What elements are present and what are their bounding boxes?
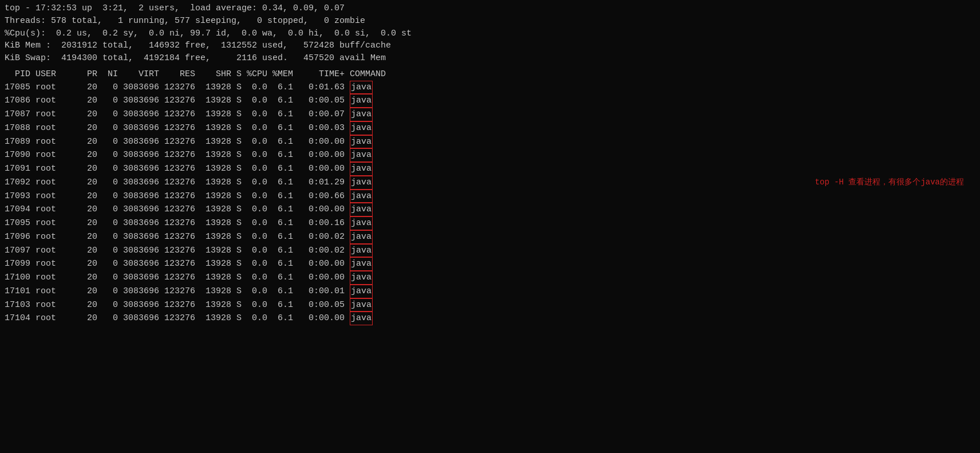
- row-text: 17089 root 20 0 3083696 123276 13928 S 0…: [5, 136, 350, 148]
- row-text: 17099 root 20 0 3083696 123276 13928 S 0…: [5, 258, 350, 270]
- table-row: 17096 root 20 0 3083696 123276 13928 S 0…: [5, 230, 975, 244]
- row-text: 17091 root 20 0 3083696 123276 13928 S 0…: [5, 163, 350, 175]
- row-text: 17086 root 20 0 3083696 123276 13928 S 0…: [5, 94, 350, 107]
- table-row: 17086 root 20 0 3083696 123276 13928 S 0…: [5, 94, 975, 108]
- table-row: 17104 root 20 0 3083696 123276 13928 S 0…: [5, 312, 975, 325]
- table-row: 17099 root 20 0 3083696 123276 13928 S 0…: [5, 257, 975, 271]
- table-row: 17090 root 20 0 3083696 123276 13928 S 0…: [5, 148, 975, 162]
- row-text: 17104 root 20 0 3083696 123276 13928 S 0…: [5, 312, 350, 325]
- command-cell: java: [350, 81, 373, 94]
- command-cell: java: [350, 216, 373, 230]
- command-cell: java: [350, 176, 373, 190]
- table-row: 17097 root 20 0 3083696 123276 13928 S 0…: [5, 244, 975, 258]
- command-cell: java: [350, 108, 373, 121]
- row-text: 17087 root 20 0 3083696 123276 13928 S 0…: [5, 108, 350, 121]
- row-text: 17093 root 20 0 3083696 123276 13928 S 0…: [5, 190, 350, 203]
- process-table: PID USER PR NI VIRT RES SHR S %CPU %MEM …: [5, 68, 975, 325]
- row-text: 17101 root 20 0 3083696 123276 13928 S 0…: [5, 285, 350, 298]
- table-row: 17101 root 20 0 3083696 123276 13928 S 0…: [5, 285, 975, 298]
- header-line-1: top - 17:32:53 up 3:21, 2 users, load av…: [5, 2, 975, 15]
- command-cell: java: [350, 257, 373, 271]
- table-row: 17088 root 20 0 3083696 123276 13928 S 0…: [5, 121, 975, 135]
- top-header: top - 17:32:53 up 3:21, 2 users, load av…: [5, 2, 975, 65]
- row-text: 17094 root 20 0 3083696 123276 13928 S 0…: [5, 203, 350, 216]
- row-text: 17096 root 20 0 3083696 123276 13928 S 0…: [5, 231, 350, 243]
- row-text: 17092 root 20 0 3083696 123276 13928 S 0…: [5, 176, 350, 189]
- row-text: 17100 root 20 0 3083696 123276 13928 S 0…: [5, 271, 350, 284]
- command-cell: java: [350, 94, 373, 108]
- table-row: 17094 root 20 0 3083696 123276 13928 S 0…: [5, 203, 975, 216]
- table-body: 17085 root 20 0 3083696 123276 13928 S 0…: [5, 81, 975, 326]
- table-row: 17093 root 20 0 3083696 123276 13928 S 0…: [5, 190, 975, 203]
- command-cell: java: [350, 244, 373, 258]
- command-cell: java: [350, 230, 373, 244]
- command-cell: java: [350, 135, 373, 149]
- terminal-window: top - 17:32:53 up 3:21, 2 users, load av…: [5, 2, 975, 325]
- table-row: 17095 root 20 0 3083696 123276 13928 S 0…: [5, 216, 975, 230]
- table-row: 17089 root 20 0 3083696 123276 13928 S 0…: [5, 135, 975, 149]
- annotation-text: top -H 查看进程，有很多个java的进程: [815, 176, 964, 188]
- row-text: 17088 root 20 0 3083696 123276 13928 S 0…: [5, 122, 350, 135]
- row-text: 17103 root 20 0 3083696 123276 13928 S 0…: [5, 299, 350, 312]
- table-header-row: PID USER PR NI VIRT RES SHR S %CPU %MEM …: [5, 68, 975, 81]
- table-row: 17087 root 20 0 3083696 123276 13928 S 0…: [5, 108, 975, 121]
- table-row: 17092 root 20 0 3083696 123276 13928 S 0…: [5, 176, 975, 190]
- command-cell: java: [350, 271, 373, 285]
- header-line-4: KiB Mem : 2031912 total, 146932 free, 13…: [5, 40, 975, 52]
- table-row: 17085 root 20 0 3083696 123276 13928 S 0…: [5, 81, 975, 94]
- command-cell: java: [350, 285, 373, 298]
- header-line-2: Threads: 578 total, 1 running, 577 sleep…: [5, 15, 975, 27]
- row-text: 17085 root 20 0 3083696 123276 13928 S 0…: [5, 81, 350, 94]
- command-cell: java: [350, 298, 373, 312]
- table-row: 17103 root 20 0 3083696 123276 13928 S 0…: [5, 298, 975, 312]
- header-line-5: KiB Swap: 4194300 total, 4192184 free, 2…: [5, 52, 975, 65]
- table-row: 17091 root 20 0 3083696 123276 13928 S 0…: [5, 162, 975, 176]
- row-text: 17090 root 20 0 3083696 123276 13928 S 0…: [5, 149, 350, 161]
- row-text: 17097 root 20 0 3083696 123276 13928 S 0…: [5, 245, 350, 257]
- command-cell: java: [350, 148, 373, 162]
- command-cell: java: [350, 162, 373, 176]
- command-cell: java: [350, 190, 373, 203]
- table-row: 17100 root 20 0 3083696 123276 13928 S 0…: [5, 271, 975, 285]
- command-cell: java: [350, 203, 373, 216]
- header-line-3: %Cpu(s): 0.2 us, 0.2 sy, 0.0 ni, 99.7 id…: [5, 27, 975, 40]
- row-text: 17095 root 20 0 3083696 123276 13928 S 0…: [5, 217, 350, 230]
- command-cell: java: [350, 312, 373, 325]
- command-cell: java: [350, 121, 373, 135]
